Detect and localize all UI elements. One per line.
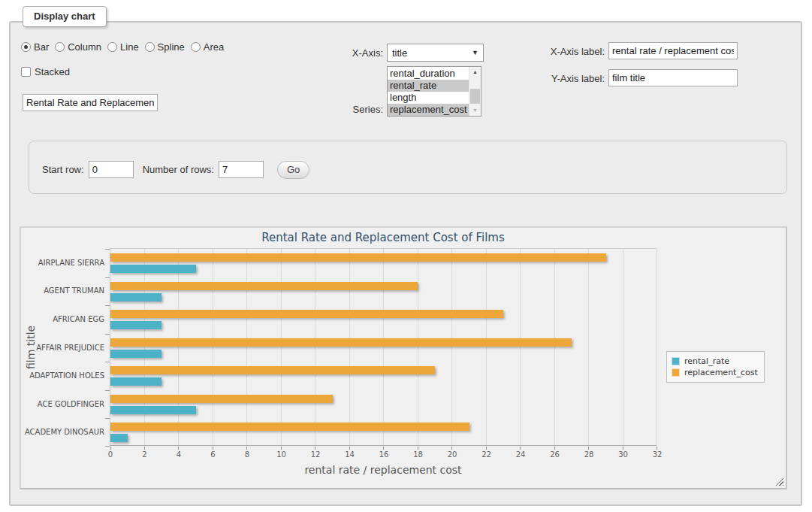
category-label: AIRPLANE SIERRA (20, 259, 104, 267)
row-controls-panel: Start row: Number of rows: Go (29, 141, 787, 194)
x-axis-tick (315, 447, 315, 450)
category-tick (105, 305, 110, 306)
chart-type-radio-line[interactable]: Line (107, 41, 139, 53)
radio-icon[interactable] (55, 42, 65, 52)
x-axis-select-label: X-Axis: (323, 47, 383, 59)
scroll-down-icon[interactable]: ▼ (469, 105, 481, 116)
radio-label: Column (68, 41, 101, 53)
start-row-input[interactable] (89, 161, 134, 178)
legend-swatch (672, 357, 680, 365)
x-axis-tick (144, 447, 145, 450)
gridline (315, 249, 315, 445)
start-row-label: Start row: (42, 164, 84, 175)
series-scrollbar[interactable]: ▲ ▼ (469, 67, 481, 116)
radio-label: Bar (34, 41, 49, 53)
gridline (486, 249, 487, 445)
chart-type-radio-spline[interactable]: Spline (145, 41, 185, 53)
bar-rental_rate (110, 377, 161, 386)
series-options: rental_durationrental_ratelengthreplacem… (388, 68, 469, 116)
series-label: Series: (323, 104, 383, 115)
legend-label: rental_rate (684, 356, 729, 366)
series-option-length[interactable]: length (388, 92, 469, 104)
radio-label: Spline (158, 41, 185, 53)
x-axis-tick (657, 447, 657, 450)
x-axis-select[interactable]: title ▼ (387, 44, 484, 62)
category-label: AFRICAN EGG (20, 315, 104, 323)
chevron-down-icon: ▼ (472, 49, 478, 56)
x-tick-label: 30 (612, 450, 635, 459)
x-tick-label: 10 (270, 450, 293, 459)
gridline (383, 249, 384, 445)
category-tick (105, 446, 110, 447)
gridline (588, 249, 589, 445)
scrollbar-thumb[interactable] (470, 89, 480, 104)
bar-replacement_cost (110, 310, 503, 318)
x-axis-label-input[interactable] (608, 42, 738, 59)
chart-type-radio-bar[interactable]: Bar (21, 41, 49, 53)
gridline (213, 249, 213, 445)
gridline (178, 249, 179, 445)
bar-replacement_cost (110, 282, 418, 290)
bar-replacement_cost (110, 366, 435, 374)
radio-icon[interactable] (21, 42, 31, 52)
gridline (144, 249, 145, 445)
chart-title: Rental Rate and Replacement Cost of Film… (110, 231, 657, 244)
category-tick (105, 249, 110, 250)
gridline (657, 249, 657, 445)
x-axis-tick (213, 447, 213, 450)
chart-type-radio-column[interactable]: Column (55, 41, 101, 53)
chart-type-radio-area[interactable]: Area (191, 41, 224, 53)
x-axis-label-label: X-Axis label: (526, 46, 605, 57)
radio-icon[interactable] (107, 42, 117, 52)
gridline (623, 249, 623, 445)
x-axis-tick (486, 447, 487, 450)
x-axis-tick (451, 447, 452, 450)
num-rows-label: Number of rows: (143, 164, 214, 175)
display-chart-fieldset: BarColumnLineSplineArea Stacked X-Axis: … (9, 21, 802, 506)
radio-label: Line (120, 41, 139, 53)
legend-item-replacement_cost[interactable]: replacement_cost (672, 368, 758, 377)
series-listbox[interactable]: rental_durationrental_ratelengthreplacem… (387, 66, 481, 117)
gridline (418, 249, 418, 445)
category-tick (105, 418, 110, 419)
x-tick-label: 2 (134, 450, 156, 459)
series-option-replacement_cost[interactable]: replacement_cost (388, 104, 469, 116)
y-axis-label-input[interactable] (608, 69, 738, 86)
bar-rental_rate (110, 321, 161, 329)
radio-icon[interactable] (191, 42, 201, 52)
legend-label: replacement_cost (684, 368, 758, 377)
stacked-checkbox[interactable] (21, 67, 31, 77)
chart-title-input[interactable] (23, 94, 158, 111)
legend-item-rental_rate[interactable]: rental_rate (672, 356, 758, 366)
resize-handle-icon[interactable] (774, 476, 783, 486)
x-tick-label: 22 (475, 450, 498, 459)
x-axis-tick (588, 447, 589, 450)
bar-rental_rate (110, 434, 128, 442)
bar-rental_rate (110, 406, 196, 414)
category-tick (105, 277, 110, 278)
x-axis-tick (554, 447, 555, 450)
gridline (349, 249, 350, 445)
category-label: ACADEMY DINOSAUR (20, 428, 104, 436)
x-axis-tick (383, 447, 384, 450)
x-tick-label: 18 (407, 450, 430, 459)
x-axis-tick (349, 447, 350, 450)
bar-replacement_cost (110, 253, 606, 262)
series-option-rental_rate[interactable]: rental_rate (388, 80, 469, 92)
x-tick-label: 16 (373, 450, 395, 459)
go-button[interactable]: Go (277, 161, 309, 179)
radio-label: Area (204, 41, 224, 53)
x-tick-label: 28 (578, 450, 600, 459)
series-option-rental_duration[interactable]: rental_duration (388, 68, 469, 80)
category-tick (105, 334, 110, 335)
category-tick (105, 390, 110, 391)
x-axis-tick (246, 447, 247, 450)
x-tick-label: 12 (304, 450, 327, 459)
gridline (246, 249, 247, 445)
legend-swatch (672, 368, 680, 377)
num-rows-input[interactable] (219, 161, 264, 178)
radio-icon[interactable] (145, 42, 155, 52)
x-axis-tick (110, 447, 111, 450)
category-label: ACE GOLDFINGER (20, 400, 104, 408)
scroll-up-icon[interactable]: ▲ (469, 67, 481, 77)
